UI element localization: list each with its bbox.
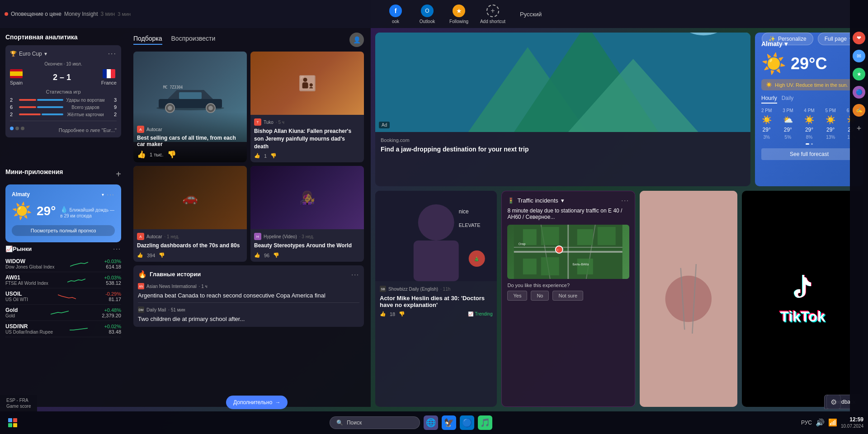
score-display: 2 – 1: [53, 73, 71, 82]
traffic-menu[interactable]: ···: [621, 197, 629, 204]
feedback-yes[interactable]: Yes: [507, 291, 527, 301]
see-forecast-button[interactable]: See full forecast: [761, 148, 857, 160]
sidebar-icon-1[interactable]: ❤: [853, 32, 865, 44]
tab-podborka[interactable]: Подборка: [133, 35, 162, 45]
tab-hourly[interactable]: Hourly: [761, 95, 777, 104]
bottom-news-item-0[interactable]: AN Asian News International · 1 ч Argent…: [138, 283, 359, 299]
dashboard-image: 🚗: [133, 166, 247, 229]
booking-body: Booking.com Find a jaw-dropping destinat…: [375, 132, 750, 158]
like-beauty[interactable]: 👍: [254, 252, 260, 258]
like-dashboard[interactable]: 👍: [137, 252, 143, 258]
bottom-news-menu[interactable]: ···: [351, 271, 359, 278]
autocar-icon: A: [137, 126, 144, 133]
dislike-cars[interactable]: 👎: [167, 150, 176, 159]
actor-body: SB Showbizz Daily (English) · 11h Actor …: [375, 281, 497, 321]
skin-card[interactable]: [640, 191, 737, 407]
ani-source: AN Asian News International · 1 ч: [138, 283, 359, 289]
market-ticker-3: Gold: [5, 307, 18, 313]
booking-card[interactable]: Ad Booking.com Find a jaw-dropping desti…: [375, 33, 750, 186]
hour-time-0: 2 PM: [761, 108, 772, 113]
more-league-btn[interactable]: Подробнее о лиге "Eur...": [59, 127, 117, 133]
more-button[interactable]: Дополнительно →: [226, 396, 288, 409]
sidebar-icon-5[interactable]: ✍: [853, 104, 865, 117]
sports-menu[interactable]: ···: [108, 50, 117, 58]
volume-icon[interactable]: 🔊: [816, 418, 825, 427]
personalize-button[interactable]: ✨ Personalize: [762, 33, 813, 45]
taskbar-app-office[interactable]: 🔵: [460, 415, 474, 430]
dot-nav-1[interactable]: [10, 127, 14, 130]
market-row-3[interactable]: Gold Gold +0.48% 2,379.20: [5, 305, 121, 321]
feedback-not-sure[interactable]: Not sure: [552, 291, 583, 301]
settings-button[interactable]: ⚙: [826, 395, 841, 409]
news-card-cars[interactable]: MC 7Z3304 A Autocar Best selling cars of…: [133, 52, 247, 162]
add-mini-app-btn[interactable]: +: [116, 169, 121, 179]
hour-temp-3: 29°: [826, 127, 835, 133]
personalize-icon: ✨: [769, 36, 775, 42]
weather-mini-menu[interactable]: ···: [107, 191, 115, 198]
weather-city-mini: Almaty: [12, 191, 30, 198]
dot-nav-2[interactable]: [15, 127, 19, 130]
like-bishop[interactable]: 👍: [254, 153, 260, 159]
stat-val1-0: 2: [10, 97, 19, 103]
dislike-actor[interactable]: 👎: [399, 311, 405, 317]
sidebar-icon-3[interactable]: ★: [853, 68, 865, 80]
car-svg: MC 7Z3304: [154, 79, 226, 115]
view-forecast-btn[interactable]: Посмотреть полный прогноз: [12, 225, 115, 236]
market-row-0[interactable]: WIDOW Dow Jones Global Index +0.03% 614.…: [5, 256, 121, 272]
bishop-source: T Tuko · 5 ч: [254, 118, 360, 126]
taskbar-app-spotify[interactable]: 🎵: [478, 415, 492, 430]
nav-facebook[interactable]: f ook: [380, 0, 411, 28]
taskbar-app-edge[interactable]: 🌐: [424, 415, 438, 430]
user-avatar[interactable]: 👤: [349, 33, 364, 47]
tab-daily[interactable]: Daily: [782, 95, 794, 104]
taskbar-center: 🔍 Поиск 🌐 🦅 🔵 🎵: [330, 415, 492, 430]
news-card-beauty[interactable]: 👩‍🎤 H Hypeline (Video) · 3 нед. Beauty S…: [250, 166, 364, 262]
search-bar[interactable]: 🔍 Поиск: [330, 416, 420, 429]
sidebar-icon-2[interactable]: ✉: [853, 50, 865, 62]
stat-label-2: Жёлтые карточки: [63, 112, 108, 117]
news-card-dashboard[interactable]: 🚗 A Autocar · 1 нед. Dazzling dashboards…: [133, 166, 247, 262]
stat-val2-2: 2: [108, 112, 117, 117]
taskbar-app-browser[interactable]: 🦅: [442, 415, 456, 430]
booking-title: Find a jaw-dropping destination for your…: [381, 146, 745, 153]
like-cars[interactable]: 👍: [137, 150, 146, 159]
map-svg: ! Огар Биль-ВАКа: [507, 225, 629, 279]
nav-following[interactable]: ★ Following: [443, 0, 475, 28]
dot-nav-3[interactable]: [21, 127, 24, 130]
markets-menu[interactable]: ···: [113, 245, 121, 252]
start-button[interactable]: [5, 415, 21, 431]
chevron-mini[interactable]: ▾: [102, 192, 104, 197]
market-row-2[interactable]: USOIL US Oil WTI -0.29% 81.17: [5, 288, 121, 305]
win-square-3: [8, 423, 12, 427]
actor-actions: 👍 18 👎 📈 Trending: [380, 311, 492, 317]
wifi-icon[interactable]: 📶: [828, 418, 837, 427]
stat-bar-spain-2: [19, 113, 41, 115]
right-controls: ✨ Personalize Full page ▾: [762, 33, 859, 45]
ani-time: · 1 ч: [199, 284, 208, 289]
dislike-bishop[interactable]: 👎: [270, 153, 277, 159]
language-btn[interactable]: Русский: [511, 11, 551, 18]
dislike-beauty[interactable]: 👎: [273, 252, 279, 258]
trending-icon: 📈: [468, 311, 473, 316]
add-sidebar-btn[interactable]: +: [857, 124, 862, 133]
sidebar-icon-4[interactable]: 🔵: [853, 86, 865, 99]
bishop-body: T Tuko · 5 ч Bishop Allan Kiuna: Fallen …: [250, 115, 364, 162]
market-row-1[interactable]: AW01 FTSE All World Index +0.03% 538.12: [5, 272, 121, 288]
like-actor[interactable]: 👍: [380, 311, 386, 317]
stat-bar-france-1: [37, 106, 63, 108]
stat-bar-france-2: [42, 113, 63, 115]
market-row-4[interactable]: USD/INR US Dollar/Indian Rupee +0.02% 83…: [5, 321, 121, 337]
league-name: 🏆 Euro Cup ▾: [10, 51, 47, 57]
sports-card[interactable]: 🏆 Euro Cup ▾ ··· Окончен · 10 июл. Spain…: [5, 45, 121, 137]
dislike-dashboard[interactable]: 👎: [159, 252, 165, 258]
nav-outlook[interactable]: O Outlook: [411, 0, 443, 28]
actor-card[interactable]: nice ELEVATE 🎄 SB Showbizz Daily (Englis…: [375, 191, 497, 407]
news-card-bishop[interactable]: 👨‍👦 T Tuko · 5 ч Bishop Allan Kiuna: Fal…: [250, 52, 364, 162]
game-score-sublabel: Game score: [6, 404, 31, 409]
price-alert[interactable]: Оповещение о цене Money Insight 3 мин 3 …: [5, 11, 131, 17]
nav-add-shortcut[interactable]: + Add shortcut: [475, 0, 511, 28]
bottom-news-item-1[interactable]: DM Daily Mail · 51 мин Two children die …: [138, 307, 359, 322]
tiktok-card[interactable]: TikTok: [742, 191, 863, 407]
tab-vosproizved[interactable]: Воспроизвести: [171, 35, 216, 45]
feedback-no[interactable]: No: [531, 291, 549, 301]
